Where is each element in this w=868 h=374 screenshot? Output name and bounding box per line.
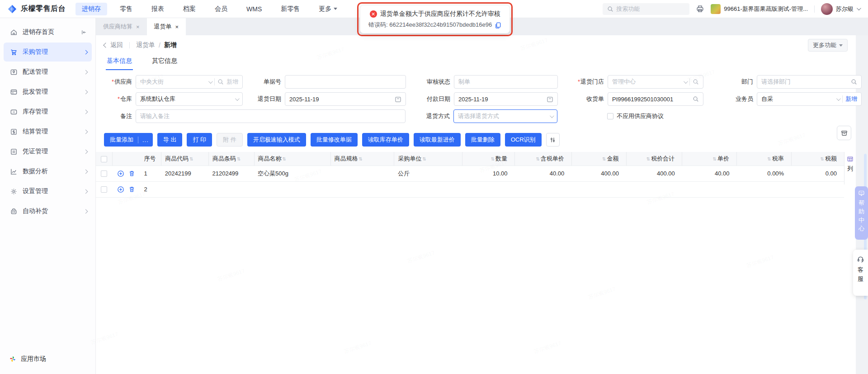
nav-item-reports[interactable]: 报表 (145, 3, 170, 15)
col-header-qty[interactable]: 数量 (462, 152, 515, 166)
select-all-checkbox[interactable] (101, 156, 107, 162)
cell-amount[interactable] (571, 181, 626, 197)
batch-add-button[interactable]: 批量添加 ... (104, 133, 153, 147)
read-stock-price-button[interactable]: 读取库存单价 (362, 133, 409, 147)
doc-no-input[interactable] (285, 75, 406, 89)
more-functions-button[interactable]: 更多功能 (808, 39, 848, 52)
nav-item-new-retail[interactable]: 新零售 (274, 3, 306, 15)
tab-other-info[interactable]: 其它信息 (151, 55, 178, 69)
sidebar-item-replenish[interactable]: 自动补货 (4, 202, 92, 221)
batch-delete-button[interactable]: 批量删除 (465, 133, 500, 147)
cell-amount[interactable]: 400.00 (571, 166, 626, 181)
cell-spec[interactable] (330, 181, 394, 197)
cell-unit[interactable] (394, 181, 462, 197)
batch-add-more-button[interactable]: ... (138, 137, 153, 143)
sidebar-item-settlement[interactable]: 结算管理 (4, 122, 92, 141)
nav-item-archives[interactable]: 档案 (177, 3, 202, 15)
back-button[interactable]: 返回 (104, 41, 123, 49)
supplier-add-link[interactable]: 新增 (226, 78, 238, 86)
cell-spec[interactable] (330, 166, 394, 181)
cell-tax-rate[interactable]: 0.00% (736, 166, 791, 181)
tab-return-order[interactable]: 退货单 × (147, 18, 186, 35)
cell-tax-total[interactable]: 400.00 (626, 166, 682, 181)
cell-name[interactable]: 空心菜500g (254, 166, 330, 181)
nav-item-members[interactable]: 会员 (208, 3, 234, 15)
return-store-select[interactable]: 管理中心 (608, 75, 703, 89)
cell-name[interactable] (254, 181, 330, 197)
close-icon[interactable]: × (175, 24, 179, 30)
sort-icon[interactable] (821, 156, 824, 161)
cell-code[interactable] (161, 181, 209, 197)
sort-icon[interactable] (602, 156, 606, 161)
sort-icon[interactable] (536, 156, 539, 161)
return-method-select[interactable]: 请选择退货方式 (453, 109, 557, 123)
cell-tax-rate[interactable] (736, 181, 791, 197)
salesman-select[interactable]: 自采 新增 (757, 92, 862, 106)
sort-icon[interactable] (283, 156, 286, 161)
batch-edit-doc-button[interactable]: 批量修改单据 (311, 133, 358, 147)
sort-icon[interactable] (767, 156, 771, 161)
col-header-tax-rate[interactable]: 税率 (736, 152, 791, 166)
sidebar-item-purchase[interactable]: 采购管理 (4, 43, 92, 62)
row-checkbox[interactable] (101, 170, 107, 177)
cell-price[interactable]: 40.00 (682, 166, 737, 181)
cell-barcode[interactable] (208, 181, 254, 197)
delete-row-icon[interactable] (128, 170, 135, 177)
col-header-tax-amount[interactable]: 税额 (791, 152, 844, 166)
tab-supplier-settlement[interactable]: 供应商结算 × (96, 18, 147, 35)
app-market-item[interactable]: 应用市场 (0, 350, 96, 368)
cell-price[interactable] (682, 181, 737, 197)
print-button[interactable]: 打 印 (187, 133, 212, 147)
read-latest-price-button[interactable]: 读取最新进价 (414, 133, 461, 147)
cell-tax-total[interactable] (626, 181, 682, 197)
fast-input-mode-button[interactable]: 开启极速输入模式 (247, 133, 306, 147)
nav-item-retail[interactable]: 零售 (113, 3, 139, 15)
search-icon[interactable] (217, 79, 224, 85)
no-supplier-agreement-checkbox[interactable]: 不应用供应商协议 (607, 112, 664, 120)
user-menu[interactable]: 苏尔银 (821, 3, 860, 15)
col-header-seq[interactable]: 序号 (141, 152, 161, 166)
col-header-barcode[interactable]: 商品条码 (208, 152, 254, 166)
cell-barcode[interactable]: 21202499 (208, 166, 254, 181)
sort-icon[interactable] (237, 156, 241, 161)
sidebar-item-analytics[interactable]: 数据分析 (4, 162, 92, 181)
warehouse-select[interactable]: 系统默认仓库 (136, 92, 243, 106)
sidebar-item-settings[interactable]: 设置管理 (4, 182, 92, 201)
cell-tax-price[interactable] (515, 181, 572, 197)
checkbox[interactable] (607, 113, 613, 119)
close-icon[interactable]: × (136, 24, 140, 30)
search-icon[interactable] (693, 96, 699, 102)
search-icon[interactable] (693, 79, 699, 85)
col-header-tax-price[interactable]: 含税单价 (515, 152, 572, 166)
sort-icon[interactable] (359, 156, 363, 161)
delete-row-icon[interactable] (128, 186, 135, 193)
printer-icon[interactable] (696, 5, 704, 13)
customer-service-widget[interactable]: 客服 (853, 250, 868, 296)
sort-icon[interactable] (422, 156, 426, 161)
remark-input[interactable]: 请输入备注 (136, 109, 406, 123)
column-panel-toggle[interactable]: 列 (844, 152, 856, 185)
col-header-amount[interactable]: 金额 (571, 152, 626, 166)
col-header-code[interactable]: 商品代码 (161, 152, 209, 166)
column-settings-button[interactable] (546, 133, 560, 147)
cell-qty[interactable] (462, 181, 515, 197)
col-header-spec[interactable]: 商品规格 (330, 152, 394, 166)
sidebar-item-inventory[interactable]: 库存管理 (4, 102, 92, 121)
col-header-unit[interactable]: 采购单位 (394, 152, 462, 166)
sidebar-item-delivery[interactable]: 配送管理 (4, 62, 92, 81)
sidebar-item-home[interactable]: 进销存首页 (4, 23, 92, 42)
add-row-icon[interactable] (117, 186, 124, 193)
cell-tax-amount[interactable]: 0.00 (791, 166, 844, 181)
col-header-name[interactable]: 商品名称 (254, 152, 330, 166)
batch-add-label[interactable]: 批量添加 (104, 136, 138, 144)
tenant-switcher[interactable]: 99661-新界面果蔬版测试-管理... (711, 4, 808, 14)
copy-icon[interactable] (495, 22, 501, 28)
cell-unit[interactable]: 公斤 (394, 166, 462, 181)
sidebar-item-wholesale[interactable]: 批发管理 (4, 82, 92, 101)
export-button[interactable]: 导 出 (157, 133, 183, 147)
cell-code[interactable]: 20242199 (161, 166, 209, 181)
help-center-tab[interactable]: 帮助中心 (855, 186, 868, 240)
row-checkbox[interactable] (101, 186, 107, 193)
sort-icon[interactable] (491, 156, 495, 161)
search-icon[interactable] (851, 79, 857, 85)
